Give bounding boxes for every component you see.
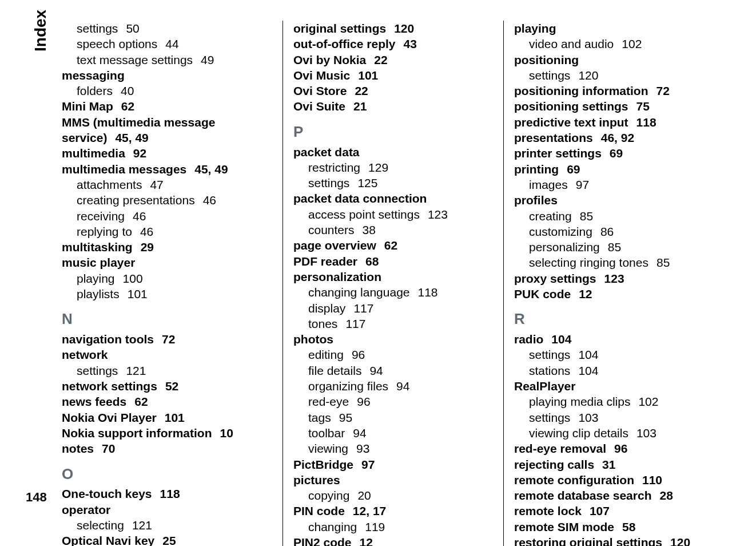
index-subentry[interactable]: stations104 (514, 363, 714, 378)
index-entry-page: 86 (600, 225, 614, 238)
index-entry[interactable]: printer settings69 (514, 145, 714, 161)
index-entry[interactable]: profiles (514, 192, 714, 208)
index-entry[interactable]: news feeds62 (62, 394, 272, 409)
index-entry[interactable]: network (62, 347, 272, 362)
index-entry[interactable]: Ovi Music101 (293, 68, 493, 83)
index-subentry[interactable]: replying to46 (62, 224, 272, 239)
index-subentry[interactable]: video and audio102 (514, 36, 714, 52)
index-entry[interactable]: positioning settings75 (514, 98, 714, 114)
index-subentry[interactable]: settings103 (514, 410, 714, 425)
index-entry[interactable]: packet data connection (293, 191, 493, 206)
index-subentry[interactable]: display117 (293, 300, 493, 316)
index-subentry[interactable]: settings121 (62, 363, 272, 378)
index-subentry[interactable]: viewing93 (293, 441, 493, 456)
index-entry[interactable]: rejecting calls31 (514, 457, 714, 472)
index-subentry[interactable]: selecting ringing tones85 (514, 255, 714, 270)
index-entry[interactable]: Mini Map62 (62, 98, 272, 114)
index-subentry[interactable]: images97 (514, 177, 714, 192)
index-subentry[interactable]: creating presentations46 (62, 192, 272, 208)
index-entry[interactable]: Ovi Store22 (293, 83, 493, 98)
index-entry[interactable]: proxy settings123 (514, 271, 714, 286)
index-subentry[interactable]: toolbar94 (293, 425, 493, 441)
index-subentry[interactable]: speech options44 (62, 36, 272, 52)
index-entry[interactable]: pictures (293, 472, 493, 488)
index-entry[interactable]: network settings52 (62, 378, 272, 394)
index-entry[interactable]: messaging (62, 68, 272, 83)
index-entry[interactable]: multitasking29 (62, 239, 272, 255)
index-entry[interactable]: photos (293, 331, 493, 347)
index-subentry[interactable]: access point settings123 (293, 207, 493, 222)
index-subentry[interactable]: creating85 (514, 208, 714, 224)
index-entry[interactable]: Optical Navi key25 (62, 533, 272, 546)
index-entry[interactable]: multimedia92 (62, 145, 272, 161)
index-subentry[interactable]: changing119 (293, 519, 493, 535)
index-subentry[interactable]: playing100 (62, 271, 272, 286)
index-entry[interactable]: PDF reader68 (293, 254, 493, 269)
index-entry[interactable]: remote configuration110 (514, 472, 714, 488)
index-entry[interactable]: remote database search28 (514, 488, 714, 503)
index-entry[interactable]: remote lock107 (514, 503, 714, 519)
index-entry[interactable]: positioning (514, 52, 714, 68)
index-entry[interactable]: One-touch keys118 (62, 486, 272, 501)
index-entry[interactable]: Ovi by Nokia22 (293, 52, 493, 68)
index-entry-text: customizing (529, 225, 592, 238)
index-subentry[interactable]: copying20 (293, 488, 493, 503)
index-entry[interactable]: Nokia Ovi Player101 (62, 410, 272, 425)
index-subentry[interactable]: red-eye96 (293, 394, 493, 409)
index-subentry[interactable]: customizing86 (514, 224, 714, 239)
index-entry[interactable]: MMS (multimedia message service)45, 49 (62, 114, 272, 146)
index-entry[interactable]: playing (514, 21, 714, 36)
index-entry[interactable]: navigation tools72 (62, 331, 272, 347)
index-entry[interactable]: personalization (293, 269, 493, 284)
index-subentry[interactable]: settings125 (293, 175, 493, 191)
index-subentry[interactable]: selecting121 (62, 517, 272, 533)
index-subentry[interactable]: organizing files94 (293, 378, 493, 394)
index-subentry[interactable]: playing media clips102 (514, 394, 714, 409)
index-entry[interactable]: red-eye removal96 (514, 441, 714, 456)
index-subentry[interactable]: settings104 (514, 347, 714, 362)
index-subentry[interactable]: changing language118 (293, 284, 493, 300)
index-entry[interactable]: Ovi Suite21 (293, 98, 493, 114)
index-entry[interactable]: predictive text input118 (514, 114, 714, 130)
index-subentry[interactable]: settings120 (514, 68, 714, 83)
index-subentry[interactable]: tones117 (293, 316, 493, 331)
index-entry[interactable]: operator (62, 502, 272, 517)
index-subentry[interactable]: restricting129 (293, 160, 493, 175)
index-entry-page: 96 (614, 442, 627, 455)
index-subentry[interactable]: receiving46 (62, 208, 272, 224)
index-entry[interactable]: remote SIM mode58 (514, 519, 714, 535)
index-entry-text: viewing (308, 442, 348, 455)
index-entry[interactable]: Nokia support information10 (62, 425, 272, 441)
index-entry[interactable]: RealPlayer (514, 378, 714, 394)
index-entry[interactable]: packet data (293, 144, 493, 160)
index-entry[interactable]: restoring original settings120 (514, 535, 714, 546)
index-subentry[interactable]: attachments47 (62, 177, 272, 192)
index-subentry[interactable]: folders40 (62, 83, 272, 98)
index-entry[interactable]: PictBridge97 (293, 457, 493, 472)
index-entry[interactable]: PUK code12 (514, 286, 714, 302)
index-subentry[interactable]: personalizing85 (514, 239, 714, 255)
index-subentry[interactable]: counters38 (293, 222, 493, 238)
index-entry[interactable]: PIN code12, 17 (293, 503, 493, 519)
index-subentry[interactable]: text message settings49 (62, 52, 272, 68)
index-entry[interactable]: out-of-office reply43 (293, 36, 493, 52)
index-entry[interactable]: music player (62, 255, 272, 270)
index-entry[interactable]: positioning information72 (514, 83, 714, 98)
index-subentry[interactable]: tags95 (293, 410, 493, 425)
index-subentry[interactable]: editing96 (293, 347, 493, 362)
index-entry[interactable]: multimedia messages45, 49 (62, 161, 272, 177)
index-entry[interactable]: original settings120 (293, 21, 493, 36)
index-subentry[interactable]: playlists101 (62, 286, 272, 302)
index-entry[interactable]: PIN2 code12 (293, 535, 493, 546)
index-entry-text: page overview (293, 239, 376, 252)
index-entry[interactable]: radio104 (514, 331, 714, 347)
index-letter: N (62, 310, 272, 329)
index-entry[interactable]: presentations46, 92 (514, 130, 714, 145)
index-entry-text: settings (77, 22, 118, 35)
index-subentry[interactable]: file details94 (293, 363, 493, 378)
index-subentry[interactable]: viewing clip details103 (514, 425, 714, 441)
index-entry[interactable]: notes70 (62, 441, 272, 456)
index-entry[interactable]: page overview62 (293, 238, 493, 253)
index-entry[interactable]: printing69 (514, 161, 714, 177)
index-subentry[interactable]: settings50 (62, 21, 272, 36)
